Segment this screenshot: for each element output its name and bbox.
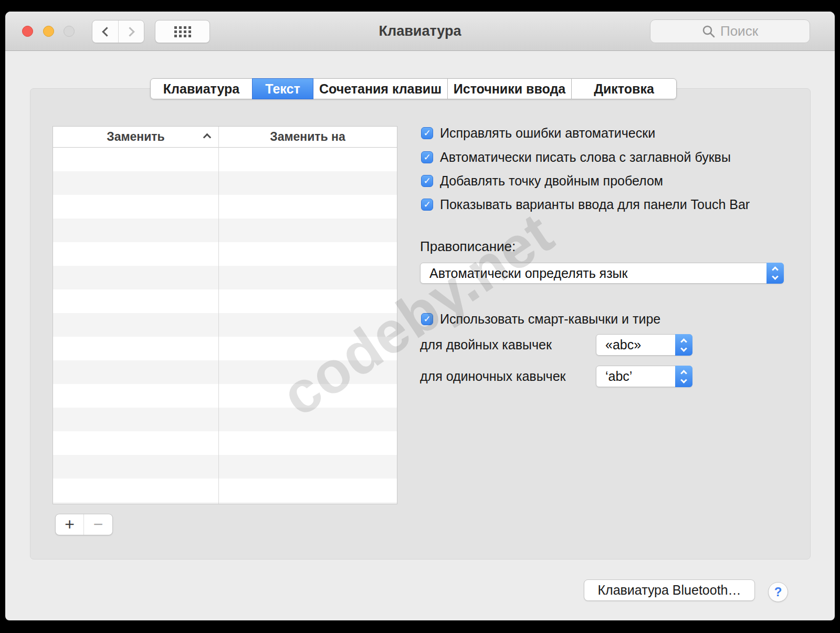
checkbox-smart-quotes-label: Использовать смарт-кавычки и тире — [440, 312, 660, 327]
checkbox-capitalize[interactable]: ✓ Автоматически писать слова с заглавной… — [421, 150, 731, 165]
single-quotes-label: для одиночных кавычек — [420, 366, 565, 387]
checkbox-autocorrect[interactable]: ✓ Исправлять ошибки автоматически — [421, 126, 655, 141]
column-header-with[interactable]: Заменить на — [218, 127, 397, 147]
column-divider — [218, 127, 219, 504]
tab-strip: Клавиатура Текст Сочетания клавиш Источн… — [150, 78, 677, 99]
checkbox-checked-icon: ✓ — [421, 127, 433, 139]
tab-text[interactable]: Текст — [252, 78, 313, 99]
checkbox-double-space-period-label: Добавлять точку двойным пробелом — [440, 173, 663, 189]
search-placeholder: Поиск — [720, 23, 758, 39]
spelling-label: Правописание: — [420, 238, 516, 255]
checkbox-autocorrect-label: Исправлять ошибки автоматически — [440, 126, 655, 141]
checkbox-capitalize-label: Автоматически писать слова с заглавной б… — [440, 150, 731, 165]
checkbox-checked-icon: ✓ — [421, 313, 433, 325]
single-quotes-select[interactable]: ‘abc’ — [596, 366, 692, 387]
search-input[interactable]: Поиск — [650, 19, 810, 43]
stepper-chevrons-icon — [675, 334, 692, 356]
add-remove-group: + − — [55, 514, 113, 535]
preferences-window: Клавиатура Поиск Клавиатура Текст Сочета… — [5, 12, 835, 620]
stepper-chevrons-icon — [766, 263, 784, 284]
tab-shortcuts[interactable]: Сочетания клавиш — [313, 78, 448, 99]
single-quotes-value: ‘abc’ — [596, 369, 632, 384]
checkbox-touchbar-suggestions-label: Показывать варианты ввода для панели Tou… — [440, 197, 750, 212]
sort-ascending-icon — [203, 133, 212, 142]
remove-substitution-button[interactable]: − — [84, 514, 112, 535]
table-header: Заменить Заменить на — [53, 127, 397, 148]
search-icon — [702, 25, 716, 38]
bluetooth-keyboard-button[interactable]: Клавиатура Bluetooth… — [584, 579, 755, 601]
column-header-with-label: Заменить на — [270, 130, 345, 144]
checkbox-smart-quotes[interactable]: ✓ Использовать смарт-кавычки и тире — [421, 312, 660, 327]
stepper-chevrons-icon — [675, 366, 692, 387]
column-header-replace[interactable]: Заменить — [53, 127, 218, 147]
help-button[interactable]: ? — [768, 582, 788, 602]
double-quotes-label: для двойных кавычек — [420, 334, 552, 356]
title-bar[interactable]: Клавиатура Поиск — [5, 12, 835, 51]
checkbox-checked-icon: ✓ — [421, 199, 433, 211]
tab-keyboard[interactable]: Клавиатура — [150, 78, 253, 99]
tab-input-sources[interactable]: Источники ввода — [447, 78, 572, 99]
checkbox-checked-icon: ✓ — [421, 151, 433, 163]
double-quotes-select[interactable]: «abc» — [596, 334, 692, 356]
table-body[interactable] — [53, 148, 397, 504]
screen-background: Клавиатура Поиск Клавиатура Текст Сочета… — [0, 0, 840, 633]
tab-dictation[interactable]: Диктовка — [571, 78, 677, 99]
checkbox-double-space-period[interactable]: ✓ Добавлять точку двойным пробелом — [421, 173, 663, 189]
substitutions-table: Заменить Заменить на — [52, 126, 397, 504]
checkbox-touchbar-suggestions[interactable]: ✓ Показывать варианты ввода для панели T… — [421, 197, 750, 212]
double-quotes-value: «abc» — [596, 337, 641, 352]
spelling-language-select[interactable]: Автоматически определять язык — [420, 263, 784, 284]
column-header-replace-label: Заменить — [107, 130, 164, 144]
spelling-language-value: Автоматически определять язык — [421, 266, 628, 281]
add-substitution-button[interactable]: + — [56, 514, 84, 535]
checkbox-checked-icon: ✓ — [421, 175, 433, 187]
